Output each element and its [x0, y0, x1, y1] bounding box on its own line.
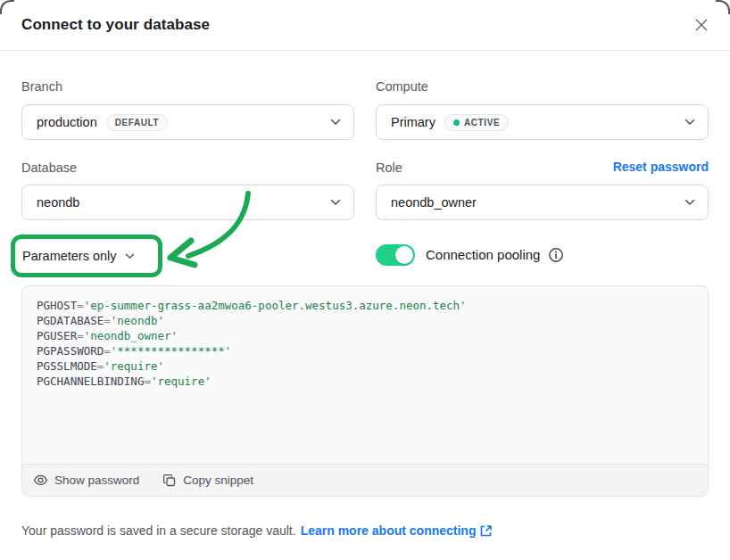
compute-select[interactable]: Primary ACTIVE	[376, 104, 709, 140]
dialog-title: Connect to your database	[21, 16, 210, 34]
database-select[interactable]: neondb	[21, 185, 354, 220]
dialog-header: Connect to your database	[0, 0, 730, 51]
close-icon	[693, 16, 710, 34]
compute-label: Compute	[376, 79, 428, 94]
connection-pooling-toggle[interactable]	[376, 244, 415, 266]
code-line: PGPASSWORD='****************'	[37, 343, 693, 358]
chevron-down-icon	[330, 199, 341, 206]
show-password-button[interactable]: Show password	[33, 473, 139, 488]
role-value: neondb_owner	[391, 195, 477, 210]
chevron-down-icon	[125, 253, 135, 259]
database-label: Database	[21, 161, 77, 175]
toggle-knob	[395, 246, 413, 264]
snippet-format-select[interactable]: Parameters only	[11, 235, 162, 277]
security-note: Your password is saved in a secure stora…	[21, 523, 493, 538]
code-line: PGCHANNELBINDING='require'	[37, 374, 693, 389]
connection-snippet-block: PGHOST='ep-summer-grass-aa2mwoa6-pooler.…	[21, 285, 709, 497]
code-lines: PGHOST='ep-summer-grass-aa2mwoa6-pooler.…	[22, 286, 708, 464]
code-line: PGHOST='ep-summer-grass-aa2mwoa6-pooler.…	[37, 298, 693, 313]
code-line: PGUSER='neondb_owner'	[37, 328, 693, 343]
branch-select[interactable]: production DEFAULT	[21, 104, 354, 140]
external-link-icon	[479, 524, 493, 538]
role-label: Role	[376, 161, 402, 175]
learn-more-link[interactable]: Learn more about connecting	[301, 523, 494, 538]
reset-password-link[interactable]: Reset password	[613, 160, 709, 174]
security-note-text: Your password is saved in a secure stora…	[21, 523, 296, 538]
chevron-down-icon	[684, 199, 695, 206]
info-icon[interactable]	[548, 247, 564, 263]
connect-database-dialog: Connect to your database Branch Compute …	[0, 0, 730, 560]
compute-value: Primary	[391, 115, 436, 129]
database-value: neondb	[37, 195, 79, 210]
branch-value: production	[37, 115, 97, 129]
eye-icon	[33, 473, 48, 488]
close-button[interactable]	[685, 9, 718, 41]
code-line: PGSSLMODE='require'	[37, 358, 693, 374]
snippet-format-value: Parameters only	[22, 249, 117, 263]
chevron-down-icon	[684, 119, 695, 126]
chevron-down-icon	[330, 119, 341, 126]
compute-active-badge: ACTIVE	[444, 114, 509, 131]
active-status-dot	[453, 119, 460, 126]
branch-label: Branch	[21, 79, 62, 94]
snippet-footer: Show password Copy snippet	[22, 464, 708, 496]
copy-icon	[162, 474, 177, 488]
connection-pooling-label: Connection pooling	[426, 247, 540, 262]
copy-snippet-button[interactable]: Copy snippet	[162, 474, 253, 488]
branch-default-badge: DEFAULT	[106, 114, 169, 131]
code-line: PGDATABASE='neondb'	[37, 313, 693, 328]
role-select[interactable]: neondb_owner	[376, 185, 709, 220]
